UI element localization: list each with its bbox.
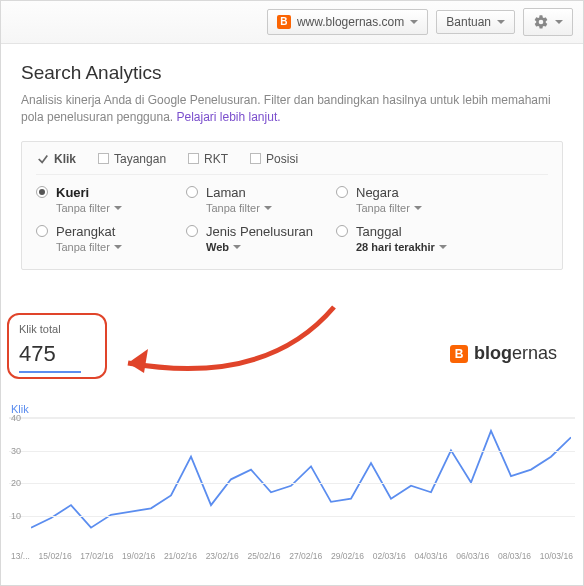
- gridline: [9, 483, 575, 484]
- gear-icon: [533, 14, 549, 30]
- dimension-label: Kueri: [56, 185, 122, 200]
- x-tick-label: 15/02/16: [39, 551, 72, 561]
- chevron-down-icon: [114, 245, 122, 249]
- x-tick-label: 06/03/16: [456, 551, 489, 561]
- chevron-down-icon: [439, 245, 447, 249]
- x-tick-label: 08/03/16: [498, 551, 531, 561]
- metric-label: Tayangan: [114, 152, 166, 166]
- help-button[interactable]: Bantuan: [436, 10, 515, 34]
- dimension-filter[interactable]: Tanpa filter: [206, 202, 272, 214]
- settings-button[interactable]: [523, 8, 573, 36]
- learn-more-link[interactable]: Pelajari lebih lanjut.: [176, 110, 280, 124]
- x-tick-label: 25/02/16: [247, 551, 280, 561]
- chevron-down-icon: [114, 206, 122, 210]
- filter-panel: KlikTayanganRKTPosisi KueriTanpa filterL…: [21, 141, 563, 270]
- site-selector[interactable]: B www.blogernas.com: [267, 9, 428, 35]
- radio-icon: [186, 225, 198, 237]
- dimension-label: Jenis Penelusuran: [206, 224, 313, 239]
- x-tick-label: 13/...: [11, 551, 30, 561]
- x-tick-label: 17/02/16: [80, 551, 113, 561]
- x-tick-label: 19/02/16: [122, 551, 155, 561]
- klik-total-value: 475: [19, 341, 81, 373]
- metric-klik[interactable]: Klik: [36, 152, 76, 166]
- chevron-down-icon: [497, 20, 505, 24]
- site-selector-label: www.blogernas.com: [297, 16, 404, 28]
- checkbox-icon: [250, 153, 261, 164]
- metric-label: RKT: [204, 152, 228, 166]
- gridline: [9, 451, 575, 452]
- checkmark-icon: [36, 152, 49, 165]
- dimension-filter[interactable]: Tanpa filter: [56, 202, 122, 214]
- dimension-perangkat[interactable]: PerangkatTanpa filter: [36, 224, 186, 253]
- y-tick-label: 40: [11, 413, 21, 423]
- blogger-icon: B: [277, 15, 291, 29]
- gridline: [9, 516, 575, 517]
- dimension-tanggal[interactable]: Tanggal28 hari terakhir: [336, 224, 486, 253]
- brand-watermark: B blogernas: [450, 343, 557, 364]
- page-title: Search Analytics: [21, 62, 563, 84]
- dimension-filter[interactable]: Tanpa filter: [356, 202, 422, 214]
- dimension-label: Tanggal: [356, 224, 447, 239]
- radio-icon: [36, 186, 48, 198]
- metric-posisi[interactable]: Posisi: [250, 152, 298, 166]
- chevron-down-icon: [414, 206, 422, 210]
- help-label: Bantuan: [446, 16, 491, 28]
- radio-icon: [36, 225, 48, 237]
- checkbox-icon: [98, 153, 109, 164]
- dimension-filter[interactable]: Tanpa filter: [56, 241, 122, 253]
- radio-icon: [186, 186, 198, 198]
- y-tick-label: 10: [11, 511, 21, 521]
- metric-rkt[interactable]: RKT: [188, 152, 228, 166]
- dimension-filter[interactable]: Web: [206, 241, 313, 253]
- metric-tayangan[interactable]: Tayangan: [98, 152, 166, 166]
- dimension-kueri[interactable]: KueriTanpa filter: [36, 185, 186, 214]
- x-tick-label: 04/03/16: [414, 551, 447, 561]
- checkbox-icon: [188, 153, 199, 164]
- dimension-label: Laman: [206, 185, 272, 200]
- annotation-arrow: [106, 289, 346, 389]
- chevron-down-icon: [410, 20, 418, 24]
- metric-label: Klik: [54, 152, 76, 166]
- chart-title: Klik: [11, 403, 575, 415]
- radio-icon: [336, 225, 348, 237]
- radio-icon: [336, 186, 348, 198]
- dimension-negara[interactable]: NegaraTanpa filter: [336, 185, 486, 214]
- dimension-label: Negara: [356, 185, 422, 200]
- y-tick-label: 20: [11, 478, 21, 488]
- x-tick-label: 21/02/16: [164, 551, 197, 561]
- metric-label: Posisi: [266, 152, 298, 166]
- chevron-down-icon: [233, 245, 241, 249]
- dimension-label: Perangkat: [56, 224, 122, 239]
- klik-total-box: Klik total 475: [7, 313, 107, 379]
- brand-icon: B: [450, 345, 468, 363]
- clicks-chart: Klik 10203040 13/...15/02/1617/02/1619/0…: [9, 403, 575, 571]
- y-tick-label: 30: [11, 446, 21, 456]
- x-tick-label: 10/03/16: [540, 551, 573, 561]
- chevron-down-icon: [264, 206, 272, 210]
- x-tick-label: 23/02/16: [206, 551, 239, 561]
- dimension-filter[interactable]: 28 hari terakhir: [356, 241, 447, 253]
- gridline: [9, 418, 575, 419]
- chevron-down-icon: [555, 20, 563, 24]
- klik-total-label: Klik total: [19, 323, 95, 335]
- dimension-jenis-penelusuran[interactable]: Jenis PenelusuranWeb: [186, 224, 336, 253]
- page-subtitle: Analisis kinerja Anda di Google Penelusu…: [21, 92, 563, 127]
- x-tick-label: 29/02/16: [331, 551, 364, 561]
- x-tick-label: 27/02/16: [289, 551, 322, 561]
- x-tick-label: 02/03/16: [373, 551, 406, 561]
- dimension-laman[interactable]: LamanTanpa filter: [186, 185, 336, 214]
